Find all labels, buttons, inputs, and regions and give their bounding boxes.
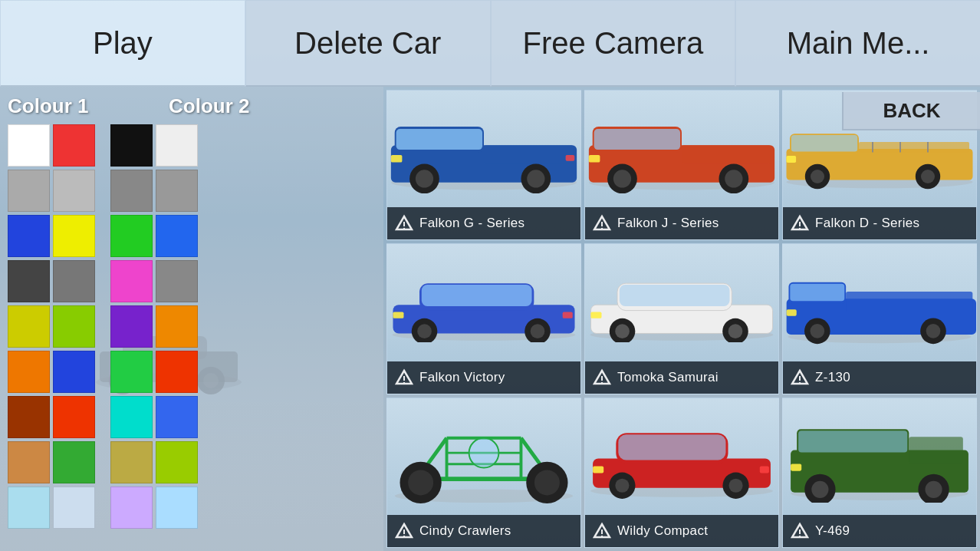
vehicle-icon-falkon-victory — [395, 368, 413, 387]
colour-swatch-2-2[interactable] — [110, 170, 153, 212]
vehicle-image-tomoka-samurai — [585, 244, 778, 361]
colour-swatch-2-0[interactable] — [110, 124, 153, 167]
colour-swatch-1-8[interactable] — [8, 305, 50, 348]
vehicle-card-z-130[interactable]: Z-130 — [782, 243, 977, 394]
svg-point-74 — [601, 381, 603, 383]
vehicle-label-cindy-crawlers: Cindy Crawlers — [387, 515, 580, 547]
colour-swatch-1-2[interactable] — [8, 170, 50, 212]
colour-swatch-2-17[interactable] — [156, 487, 198, 529]
vehicle-name-tomoka-samurai: Tomoka Samurai — [617, 370, 719, 385]
svg-rect-11 — [484, 145, 573, 163]
svg-rect-10 — [396, 129, 482, 150]
back-button[interactable]: BACK — [842, 92, 980, 130]
svg-rect-122 — [909, 437, 963, 464]
colour-swatch-1-9[interactable] — [53, 305, 95, 348]
main-menu-button[interactable]: Main Me... — [735, 0, 980, 87]
svg-point-57 — [531, 324, 545, 338]
top-bar: Play Delete Car Free Camera Main Me... — [0, 0, 980, 87]
svg-point-112 — [728, 479, 742, 493]
colour-swatch-1-16[interactable] — [8, 487, 50, 529]
svg-point-15 — [527, 170, 544, 187]
svg-rect-113 — [593, 467, 603, 473]
vehicle-icon-falkon-d — [791, 214, 809, 233]
svg-point-83 — [926, 324, 941, 338]
vehicle-icon-y-469 — [791, 522, 809, 540]
colour-swatch-1-4[interactable] — [8, 215, 50, 257]
colour-swatch-2-13[interactable] — [156, 396, 198, 438]
svg-point-62 — [403, 381, 405, 383]
colour-swatch-1-17[interactable] — [53, 487, 95, 529]
svg-rect-114 — [760, 467, 769, 473]
vehicle-name-cindy-crawlers: Cindy Crawlers — [419, 523, 511, 539]
svg-rect-58 — [393, 312, 403, 318]
colour-swatch-2-15[interactable] — [156, 441, 198, 483]
colour-grid-2 — [110, 124, 198, 529]
colour-swatch-2-11[interactable] — [156, 351, 198, 393]
vehicle-card-falkon-j[interactable]: Falkon J - Series — [584, 90, 779, 240]
colour-swatch-1-5[interactable] — [53, 215, 95, 257]
free-camera-button[interactable]: Free Camera — [491, 0, 736, 87]
colour-swatch-1-14[interactable] — [8, 441, 50, 483]
colour-swatch-1-1[interactable] — [53, 124, 95, 167]
colour-swatch-1-6[interactable] — [8, 260, 50, 302]
svg-point-43 — [811, 170, 824, 183]
colour-swatch-2-9[interactable] — [156, 305, 198, 348]
colour-swatch-1-15[interactable] — [53, 441, 95, 483]
colour-swatch-2-6[interactable] — [110, 260, 153, 302]
vehicle-label-tomoka-samurai: Tomoka Samurai — [585, 361, 778, 394]
svg-point-20 — [403, 228, 405, 229]
colour-grids — [8, 124, 376, 529]
vehicle-card-cindy-crawlers[interactable]: Cindy Crawlers — [386, 398, 581, 548]
svg-rect-46 — [787, 156, 797, 163]
svg-point-45 — [921, 170, 935, 183]
colour-swatch-2-12[interactable] — [110, 396, 153, 438]
svg-point-68 — [615, 324, 630, 338]
colour-swatch-1-12[interactable] — [8, 396, 50, 438]
colour-swatch-2-4[interactable] — [110, 215, 153, 257]
vehicle-image-falkon-j — [585, 91, 778, 207]
vehicle-label-falkon-victory: Falkon Victory — [387, 361, 580, 394]
svg-rect-25 — [682, 145, 771, 163]
svg-rect-37 — [791, 135, 857, 152]
vehicle-card-tomoka-samurai[interactable]: Tomoka Samurai — [584, 243, 779, 394]
svg-rect-24 — [594, 129, 680, 150]
vehicle-label-falkon-j: Falkon J - Series — [585, 207, 778, 239]
colour-swatch-2-3[interactable] — [156, 170, 198, 212]
colour-swatch-2-14[interactable] — [110, 441, 153, 483]
colour-swatch-1-3[interactable] — [53, 170, 95, 212]
colour2-label: Colour 2 — [169, 94, 376, 118]
colour-swatch-1-0[interactable] — [8, 124, 50, 167]
colour-swatch-1-7[interactable] — [53, 260, 95, 302]
svg-rect-53 — [422, 285, 532, 306]
colour-swatch-2-1[interactable] — [156, 124, 198, 167]
colour-swatch-2-16[interactable] — [110, 487, 153, 529]
vehicle-image-wildy-compact — [585, 398, 778, 515]
vehicle-label-wildy-compact: Wildy Compact — [585, 515, 778, 547]
svg-rect-38 — [859, 142, 969, 153]
svg-point-13 — [416, 170, 433, 187]
svg-point-130 — [799, 536, 801, 537]
colour-swatch-2-5[interactable] — [156, 215, 198, 257]
vehicle-name-wildy-compact: Wildy Compact — [617, 523, 708, 539]
vehicle-image-cindy-crawlers — [387, 398, 580, 515]
vehicle-card-falkon-g[interactable]: Falkon G - Series — [386, 90, 581, 240]
play-button[interactable]: Play — [0, 0, 245, 87]
colour-swatch-1-13[interactable] — [53, 396, 95, 438]
vehicle-image-falkon-victory — [387, 244, 580, 361]
vehicle-icon-wildy-compact — [593, 522, 611, 540]
colour-swatch-2-10[interactable] — [110, 351, 153, 393]
delete-car-button[interactable]: Delete Car — [245, 0, 491, 87]
vehicle-label-z-130: Z-130 — [783, 361, 976, 394]
vehicle-icon-z-130 — [791, 368, 809, 387]
vehicle-card-falkon-victory[interactable]: Falkon Victory — [386, 243, 581, 394]
colour-swatch-2-7[interactable] — [156, 260, 198, 302]
vehicle-card-wildy-compact[interactable]: Wildy Compact — [584, 398, 779, 548]
vehicle-card-y-469[interactable]: Y-469 — [782, 398, 977, 548]
vehicle-name-y-469: Y-469 — [815, 523, 850, 539]
colour-swatch-1-10[interactable] — [8, 351, 50, 393]
colour-swatch-2-8[interactable] — [110, 305, 153, 348]
vehicle-name-falkon-g: Falkon G - Series — [419, 216, 525, 231]
colour-labels: Colour 1 Colour 2 — [8, 94, 376, 118]
svg-point-124 — [811, 481, 828, 498]
colour-swatch-1-11[interactable] — [53, 351, 95, 393]
